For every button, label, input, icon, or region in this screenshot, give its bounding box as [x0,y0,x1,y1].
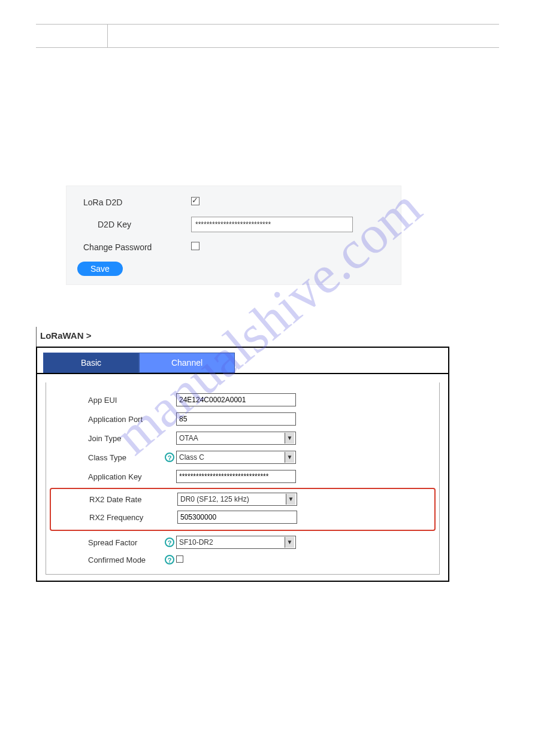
rx2-dr-select[interactable]: DR0 (SF12, 125 kHz)▼ [177,493,297,506]
class-type-row: Class Type ? Class C▼ [52,451,433,464]
lorawan-breadcrumb: LoRaWAN > [36,327,449,347]
change-password-row: Change Password [77,242,390,252]
top-col1 [36,25,108,47]
rx2-dr-value: DR0 (SF12, 125 kHz) [180,495,249,503]
confirmed-label: Confirmed Mode [52,555,163,564]
app-key-input[interactable] [176,470,296,483]
lorawan-panel: LoRaWAN > Basic Channel App EUI Applicat… [36,327,449,582]
join-type-row: Join Type OTAA▼ [52,432,433,445]
join-type-select[interactable]: OTAA▼ [176,432,296,445]
lora-d2d-row: LoRa D2D [77,197,390,207]
lora-d2d-checkbox[interactable] [191,197,200,205]
sf-label: Spread Factor [52,538,163,547]
class-type-label: Class Type [52,453,163,462]
change-password-label: Change Password [77,242,191,252]
app-eui-input[interactable] [176,393,296,406]
rx2-dr-label: RX2 Date Rate [53,495,164,504]
app-port-input[interactable] [176,412,296,426]
rx2-dr-row: RX2 Date Rate DR0 (SF12, 125 kHz)▼ [53,493,432,506]
class-type-value: Class C [179,453,204,462]
confirmed-checkbox[interactable] [176,555,183,563]
save-button[interactable]: Save [77,262,123,276]
top-divider [36,24,499,48]
app-port-label: Application Port [52,415,163,424]
change-password-checkbox[interactable] [191,242,200,250]
tabs: Basic Channel [37,348,448,373]
class-type-select[interactable]: Class C▼ [176,451,296,464]
tab-basic[interactable]: Basic [43,353,139,373]
join-type-value: OTAA [179,434,198,442]
sf-row: Spread Factor ? SF10-DR2▼ [52,536,433,549]
d2d-key-row: D2D Key [77,217,390,232]
chevron-down-icon: ▼ [285,433,294,444]
rx2-freq-input[interactable] [177,511,297,524]
app-key-row: Application Key [52,470,433,483]
d2d-key-input[interactable] [191,217,353,232]
join-type-label: Join Type [52,434,163,443]
app-key-label: Application Key [52,472,163,481]
help-icon[interactable]: ? [165,453,174,462]
sf-select[interactable]: SF10-DR2▼ [176,536,296,549]
chevron-down-icon: ▼ [285,452,294,463]
rx2-highlight: RX2 Date Rate DR0 (SF12, 125 kHz)▼ RX2 F… [50,488,436,531]
help-icon[interactable]: ? [165,538,174,547]
app-eui-label: App EUI [52,396,163,405]
rx2-freq-label: RX2 Frequency [53,513,164,522]
lora-d2d-label: LoRa D2D [77,198,191,207]
d2d-key-label: D2D Key [77,220,191,229]
rx2-freq-row: RX2 Frequency [53,511,432,524]
chevron-down-icon: ▼ [285,537,294,548]
confirmed-row: Confirmed Mode ? [52,555,433,564]
app-port-row: Application Port [52,412,433,426]
sf-value: SF10-DR2 [179,538,213,546]
tab-channel[interactable]: Channel [139,353,235,373]
top-col2 [108,25,499,47]
help-icon[interactable]: ? [165,555,174,564]
chevron-down-icon: ▼ [286,494,295,505]
app-eui-row: App EUI [52,393,433,406]
lora-d2d-panel: LoRa D2D D2D Key Change Password Save [66,186,401,285]
